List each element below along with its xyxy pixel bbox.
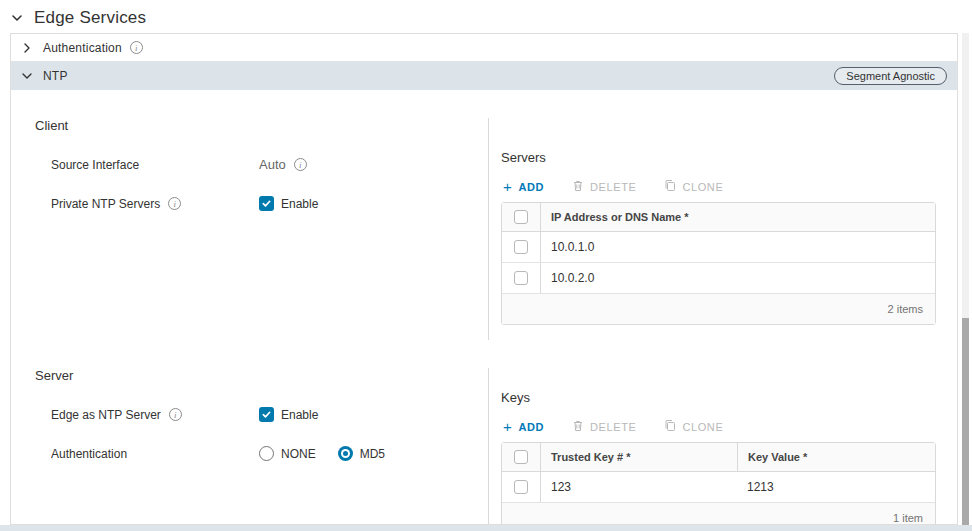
edge-as-ntp-enable-checkbox[interactable]: Enable	[259, 407, 318, 422]
plus-icon: +	[503, 419, 512, 434]
server-keys-section: Server Edge as NTP Server i Enable	[11, 368, 957, 524]
page-title: Edge Services	[34, 8, 146, 28]
keys-table-header: Trusted Key # * Key Value *	[502, 443, 935, 472]
client-servers-section: Client Source Interface Auto i Private N…	[11, 118, 957, 342]
checkbox-checked-icon[interactable]	[259, 196, 274, 211]
servers-table: IP Address or DNS Name * 10.0.1.0 10.0.2…	[501, 202, 936, 325]
server-block: Server Edge as NTP Server i Enable	[11, 368, 488, 524]
edge-services-accordion: Authentication i NTP Segment Agnostic Cl…	[10, 33, 958, 525]
table-row[interactable]: 10.0.1.0	[502, 232, 935, 263]
authentication-mode-label: Authentication	[51, 447, 259, 461]
enable-label: Enable	[281, 408, 318, 422]
edge-services-page: Edge Services Authentication i NTP Segme…	[0, 0, 972, 531]
info-icon[interactable]: i	[130, 41, 143, 54]
servers-delete-button[interactable]: DELETE	[572, 179, 636, 194]
ip-cell: 10.0.2.0	[540, 263, 935, 293]
keys-add-button[interactable]: + ADD	[503, 419, 544, 434]
trusted-key-cell: 123	[540, 472, 737, 502]
enable-label: Enable	[281, 197, 318, 211]
keys-clone-button[interactable]: CLONE	[664, 419, 723, 434]
private-ntp-servers-label: Private NTP Servers	[51, 197, 160, 211]
accordion-row-ntp[interactable]: NTP Segment Agnostic	[11, 62, 957, 90]
client-block: Client Source Interface Auto i Private N…	[11, 118, 488, 342]
ntp-section-content: Client Source Interface Auto i Private N…	[11, 90, 957, 524]
checkbox-checked-icon[interactable]	[259, 407, 274, 422]
servers-table-footer: 2 items	[502, 294, 935, 324]
table-row[interactable]: 123 1213	[502, 472, 935, 503]
select-all-checkbox[interactable]	[502, 203, 540, 231]
authentication-section-label: Authentication	[43, 41, 122, 55]
info-icon[interactable]: i	[169, 408, 182, 421]
keys-table: Trusted Key # * Key Value * 123 1213 1 i…	[501, 442, 936, 524]
row-checkbox[interactable]	[502, 263, 540, 293]
radio-unselected-icon[interactable]	[259, 446, 274, 461]
ntp-section-label: NTP	[43, 69, 68, 83]
radio-option-none[interactable]: NONE	[259, 446, 316, 461]
key-value-cell: 1213	[737, 472, 935, 502]
source-interface-label: Source Interface	[51, 158, 259, 172]
chevron-down-icon[interactable]	[21, 70, 33, 82]
keys-heading: Keys	[501, 390, 957, 405]
scrollbar-thumb[interactable]	[962, 318, 969, 525]
row-checkbox[interactable]	[502, 472, 540, 502]
trash-icon	[572, 419, 584, 434]
servers-heading: Servers	[501, 150, 957, 165]
keys-table-footer: 1 item	[502, 503, 935, 524]
copy-icon	[664, 179, 676, 194]
server-heading: Server	[35, 368, 488, 383]
plus-icon: +	[503, 179, 512, 194]
radio-selected-icon[interactable]	[338, 446, 353, 461]
row-checkbox[interactable]	[502, 232, 540, 262]
table-row[interactable]: 10.0.2.0	[502, 263, 935, 294]
info-icon[interactable]: i	[294, 158, 307, 171]
edge-as-ntp-row: Edge as NTP Server i Enable	[51, 407, 488, 422]
column-header-ip[interactable]: IP Address or DNS Name *	[540, 203, 935, 231]
keys-toolbar: + ADD DELETE	[503, 419, 957, 434]
copy-icon	[664, 419, 676, 434]
chevron-right-icon[interactable]	[21, 42, 33, 54]
column-header-key-value[interactable]: Key Value *	[737, 443, 935, 471]
radio-option-md5[interactable]: MD5	[338, 446, 385, 461]
accordion-row-authentication[interactable]: Authentication i	[11, 34, 957, 62]
keys-delete-button[interactable]: DELETE	[572, 419, 636, 434]
authentication-mode-row: Authentication NONE MD5	[51, 446, 488, 461]
keys-block: Keys + ADD DELETE	[488, 368, 957, 524]
column-header-trusted-key[interactable]: Trusted Key # *	[540, 443, 737, 471]
authentication-radio-group: NONE MD5	[259, 446, 385, 461]
page-title-row: Edge Services	[0, 0, 972, 34]
source-interface-value: Auto	[259, 157, 286, 172]
next-section-edge	[0, 525, 972, 531]
client-heading: Client	[35, 118, 488, 133]
servers-table-header: IP Address or DNS Name *	[502, 203, 935, 232]
ip-cell: 10.0.1.0	[540, 232, 935, 262]
trash-icon	[572, 179, 584, 194]
servers-block: Servers + ADD DELETE	[488, 118, 957, 340]
edge-as-ntp-label: Edge as NTP Server	[51, 408, 161, 422]
chevron-down-icon[interactable]	[10, 11, 24, 25]
clone-icon-button[interactable]: CLONE	[664, 179, 723, 194]
segment-agnostic-badge: Segment Agnostic	[834, 67, 947, 85]
source-interface-row: Source Interface Auto i	[51, 157, 488, 172]
vertical-scrollbar[interactable]	[962, 33, 969, 525]
servers-toolbar: + ADD DELETE	[503, 179, 957, 194]
select-all-checkbox[interactable]	[502, 443, 540, 471]
servers-add-button[interactable]: + ADD	[503, 179, 544, 194]
private-ntp-enable-checkbox[interactable]: Enable	[259, 196, 318, 211]
info-icon[interactable]: i	[168, 197, 181, 210]
private-ntp-servers-row: Private NTP Servers i Enable	[51, 196, 488, 211]
